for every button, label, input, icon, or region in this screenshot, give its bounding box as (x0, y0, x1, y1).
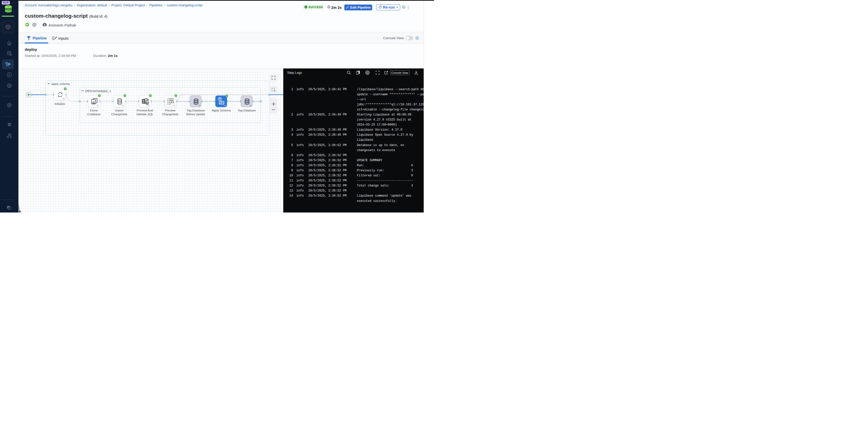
svg-text:?: ? (8, 207, 9, 209)
